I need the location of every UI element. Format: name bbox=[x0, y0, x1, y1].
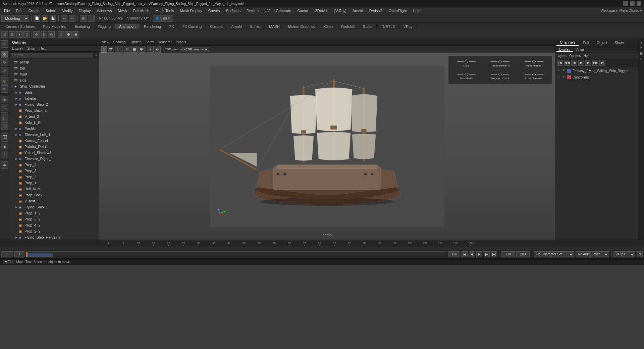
transform-btn[interactable]: ✛ bbox=[33, 31, 40, 38]
menu-item-edit[interactable]: Edit bbox=[13, 8, 25, 13]
viewport-renderer-menu[interactable]: Renderer bbox=[156, 40, 173, 44]
tree-item-prop_back[interactable]: ▣Prop_Back bbox=[9, 192, 99, 198]
anim-key-btn[interactable]: ◆ bbox=[1, 143, 8, 150]
menu-item-file[interactable]: File bbox=[1, 8, 13, 13]
tree-item-prop_1_2[interactable]: ▣Prop_1_2 bbox=[9, 210, 99, 216]
ruler-mark-95[interactable]: 95 bbox=[387, 242, 402, 246]
menu-item-mesh[interactable]: Mesh bbox=[115, 8, 129, 13]
menu-item-modify[interactable]: Modify bbox=[59, 8, 75, 13]
menu-item-deform[interactable]: Deform bbox=[244, 8, 261, 13]
start-frame-input[interactable] bbox=[14, 251, 24, 257]
tab-edit[interactable]: Edit bbox=[579, 40, 592, 45]
outliner-help-menu[interactable]: Help bbox=[38, 47, 48, 50]
viewport-view-menu[interactable]: View bbox=[101, 40, 111, 44]
workflow-tab-vray[interactable]: VRay bbox=[399, 24, 417, 29]
workflow-tab-sculpting[interactable]: Sculpting bbox=[71, 24, 94, 29]
range-end-input[interactable] bbox=[448, 251, 460, 257]
workflow-tab-mash[interactable]: MASH bbox=[265, 24, 284, 29]
layer-v-1[interactable]: V bbox=[556, 75, 560, 79]
workflow-tab-bullet[interactable]: Bullet bbox=[359, 24, 377, 29]
tree-item-v_test_1[interactable]: ▣V_test_1 bbox=[9, 198, 99, 204]
tree-item-prop_4[interactable]: ▣Prop_4 bbox=[9, 162, 99, 168]
next-frame-btn[interactable]: ▶ bbox=[484, 251, 490, 257]
menu-item-cache[interactable]: Cache bbox=[294, 8, 311, 13]
menu-item-display[interactable]: Display bbox=[76, 8, 94, 13]
workflow-tab-rendering[interactable]: Rendering bbox=[140, 24, 165, 29]
tree-item-yakori_shtunval[interactable]: ▣Yakori_Shtunval bbox=[9, 150, 99, 156]
lasso-tool-btn[interactable]: ⊟ bbox=[9, 31, 15, 38]
sign-in-btn[interactable]: 👤 Sign In bbox=[153, 15, 173, 22]
max-frame-input[interactable] bbox=[516, 251, 530, 257]
menu-item-help[interactable]: Help bbox=[410, 8, 423, 13]
tab-object[interactable]: Object bbox=[593, 40, 610, 45]
ruler-mark-100[interactable]: 100 bbox=[402, 242, 418, 246]
snap-curve-btn[interactable]: ⌒ bbox=[88, 15, 95, 22]
ruler-mark-55[interactable]: 55 bbox=[267, 242, 282, 246]
menu-item-curves[interactable]: Curves bbox=[206, 8, 223, 13]
tree-item-top[interactable]: 📷top bbox=[9, 65, 99, 71]
strip-icon-1[interactable]: ◈ bbox=[639, 40, 644, 45]
end-frame-input[interactable] bbox=[501, 251, 515, 257]
workflow-tab-bifrost[interactable]: Bifrost bbox=[246, 24, 265, 29]
ruler-mark-85[interactable]: 85 bbox=[357, 242, 372, 246]
ruler-mark-5[interactable]: 5 bbox=[116, 242, 131, 246]
next-btn[interactable]: ▶▶ bbox=[592, 60, 598, 66]
sub-tab-anim[interactable]: Anim bbox=[574, 48, 587, 51]
menu-item-mesh-tools[interactable]: Mesh Tools bbox=[153, 8, 176, 13]
ruler-mark-70[interactable]: 70 bbox=[312, 242, 327, 246]
workflow-tab-animation[interactable]: Animation bbox=[115, 24, 140, 29]
maximize-button[interactable]: □ bbox=[630, 1, 635, 6]
render-layer-btn[interactable]: ⬛ bbox=[1, 122, 8, 130]
tree-item-prop_3[interactable]: ▣Prop_3 bbox=[9, 168, 99, 174]
anim-tangent-btn[interactable]: ◊ bbox=[1, 151, 8, 158]
ruler-mark-15[interactable]: 15 bbox=[146, 242, 161, 246]
menu-item-surfaces[interactable]: Surfaces bbox=[223, 8, 243, 13]
play-fwd-btn[interactable]: ▶ bbox=[476, 251, 482, 257]
viewport-panels-menu[interactable]: Panels bbox=[174, 40, 187, 44]
search-input[interactable] bbox=[11, 53, 93, 58]
prev-btn[interactable]: ◀◀ bbox=[564, 60, 570, 66]
right-layers-menu[interactable]: Layers bbox=[556, 54, 567, 58]
new-scene-btn[interactable]: 📄 bbox=[34, 15, 40, 22]
layer-v-0[interactable]: V bbox=[556, 69, 560, 73]
next-next-btn[interactable]: ▶| bbox=[599, 60, 605, 66]
select-tool-btn[interactable]: ⊡ bbox=[1, 31, 8, 38]
ruler-mark-115[interactable]: 115 bbox=[448, 242, 463, 246]
workflow-tab-arnold[interactable]: Arnold bbox=[227, 24, 246, 29]
step-fwd-btn[interactable]: ▶ bbox=[585, 60, 591, 66]
menu-item---dtoall-[interactable]: -3DtoAll- bbox=[311, 8, 331, 13]
tree-item-v_test_2[interactable]: ▣V_test_2 bbox=[9, 113, 99, 119]
tree-item-prop_2[interactable]: ▣Prop_2 bbox=[9, 174, 99, 180]
tree-item-front[interactable]: 📷front bbox=[9, 71, 99, 77]
tree-item-ship_controller[interactable]: ▼◈Ship_Controller bbox=[9, 83, 99, 89]
menu-item-redshift[interactable]: Redshift bbox=[367, 8, 385, 13]
vp-light-btn[interactable]: ☀ bbox=[147, 46, 154, 53]
bridge-btn[interactable]: ⬟ bbox=[72, 31, 79, 38]
menu-item-mesh-display[interactable]: Mesh Display bbox=[177, 8, 205, 13]
fps-dropdown[interactable]: 24 fps bbox=[613, 251, 635, 257]
select-btn[interactable]: ↖ bbox=[1, 40, 8, 48]
layer-p-1[interactable]: P bbox=[562, 75, 566, 79]
workflow-tab-rigging[interactable]: Rigging bbox=[94, 24, 115, 29]
tree-item-flying_ship_2[interactable]: ▶◈Flying_Ship_2 bbox=[9, 101, 99, 107]
tree-item-elevator_left_1[interactable]: ▶◈Elevator_Left_1 bbox=[9, 132, 99, 138]
ruler-mark-105[interactable]: 105 bbox=[418, 242, 433, 246]
tree-item-prop_back_2[interactable]: ▣Prop_Back_2 bbox=[9, 107, 99, 113]
viewport-shading-menu[interactable]: Shading bbox=[112, 40, 127, 44]
vp-select-btn[interactable]: ⊞ bbox=[101, 46, 107, 53]
anim-layer-dropdown[interactable]: No Anim Layer bbox=[576, 251, 609, 257]
viewport-show-menu[interactable]: Show bbox=[144, 40, 155, 44]
layer-item-0[interactable]: V P Fantasy_Flying_Sailing_Ship_Rigged bbox=[555, 68, 638, 74]
extrude-btn[interactable]: ⬡ bbox=[58, 31, 64, 38]
tree-item-prop_3_2[interactable]: ▣Prop_3_2 bbox=[9, 216, 99, 222]
tree-item-flying_ship_parusina[interactable]: ▶◈Flying_Ship_Parusina bbox=[9, 234, 99, 240]
menu-item-generate[interactable]: Generate bbox=[273, 8, 294, 13]
save-scene-btn[interactable]: 💾 bbox=[50, 15, 56, 22]
workflow-tab-redshift[interactable]: Redshift bbox=[337, 24, 359, 29]
tree-item-prop_4_2[interactable]: ▣Prop_4_2 bbox=[9, 222, 99, 228]
camera-btn[interactable]: 📷 bbox=[1, 133, 8, 140]
ruler-mark-120[interactable]: 120 bbox=[463, 242, 478, 246]
prev-prev-btn[interactable]: |◀ bbox=[557, 60, 563, 66]
scale-btn[interactable]: ⤢ bbox=[1, 67, 8, 74]
loop-tool-btn[interactable]: ⊙ bbox=[23, 31, 30, 38]
